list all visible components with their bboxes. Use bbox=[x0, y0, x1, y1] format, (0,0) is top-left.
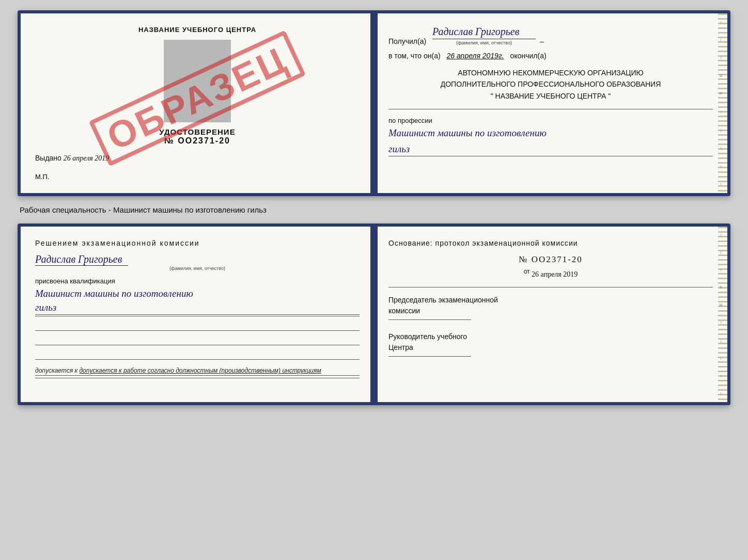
annot-dash6: – bbox=[719, 165, 724, 168]
b-annot-a: а bbox=[719, 303, 724, 306]
date-line: в том, что он(а) 26 апреля 2019г. окончи… bbox=[388, 52, 713, 60]
director-block: Руководитель учебного Центра bbox=[388, 331, 713, 357]
recipient-name: Радислав Григорьев bbox=[432, 26, 536, 39]
fio-hint: (фамилия, имя, отчество) bbox=[432, 40, 536, 45]
annot-dash3: – bbox=[719, 56, 724, 59]
annot-dash5: – bbox=[719, 147, 724, 150]
b-annot-dash5: – bbox=[719, 357, 724, 360]
empty-line-2 bbox=[35, 335, 360, 345]
bottom-book: Решением экзаменационной комиссии Радисл… bbox=[18, 223, 730, 405]
protocol-separator bbox=[388, 287, 713, 287]
received-prefix: Получил(а) bbox=[388, 37, 426, 45]
chairman-label2: комиссии bbox=[388, 306, 713, 316]
admission-underline bbox=[35, 378, 360, 378]
b-annot-dash3: – bbox=[719, 268, 724, 271]
name-block: Радислав Григорьев (фамилия, имя, отчест… bbox=[35, 253, 360, 271]
qual-line2: гильз bbox=[35, 301, 360, 315]
org-block: АВТОНОМНУЮ НЕКОММЕРЧЕСКУЮ ОРГАНИЗАЦИЮ ДО… bbox=[388, 67, 713, 102]
cert-issued-line: Выдано 26 апреля 2019 bbox=[35, 154, 360, 163]
bottom-recipient-name: Радислав Григорьев bbox=[35, 253, 128, 266]
b-annot-dash1: – bbox=[719, 234, 724, 236]
right-annotations: – – – и а ← – – – – bbox=[716, 13, 727, 193]
b-annot-dash6: – bbox=[719, 375, 724, 377]
date-suffix: окончил(а) bbox=[510, 52, 547, 60]
separator-line bbox=[388, 109, 713, 109]
from-prefix: от bbox=[524, 268, 530, 275]
empty-line-1 bbox=[35, 321, 360, 331]
admission-text: допускается к допускается к работе согла… bbox=[35, 366, 360, 376]
annot-dash4: – bbox=[719, 130, 724, 132]
b-annot-dash4: – bbox=[719, 340, 724, 343]
empty-line-3 bbox=[35, 349, 360, 360]
director-label2: Центра bbox=[388, 342, 713, 353]
b-annot-dash7: – bbox=[719, 392, 724, 395]
bottom-book-left-page: Решением экзаменационной комиссии Радисл… bbox=[21, 227, 374, 402]
annot-arrow: ← bbox=[719, 110, 724, 115]
profession-value-line2: гильз bbox=[388, 142, 713, 157]
top-book-left-page: НАЗВАНИЕ УЧЕБНОГО ЦЕНТРА УДОСТОВЕРЕНИЕ №… bbox=[21, 13, 374, 193]
protocol-number: № OO2371-20 bbox=[388, 254, 713, 265]
protocol-date-value: 26 апреля 2019 bbox=[532, 270, 578, 278]
right-annotations-bottom: – – – и а ← – – – – bbox=[716, 227, 727, 402]
foundation-block: Основание: протокол экзаменационной коми… bbox=[388, 239, 713, 247]
profession-label: по профессии bbox=[388, 117, 713, 124]
date-prefix: в том, что он(а) bbox=[388, 52, 441, 60]
cert-number: № OO2371-20 bbox=[35, 136, 360, 146]
issued-prefix: Выдано bbox=[35, 154, 61, 162]
qualification-value: Машинист машины по изготовлению гильз bbox=[35, 287, 360, 316]
decision-header: Решением экзаменационной комиссии bbox=[35, 239, 360, 247]
annot-dash7: – bbox=[719, 183, 724, 185]
org-line3: " НАЗВАНИЕ УЧЕБНОГО ЦЕНТРА " bbox=[388, 90, 713, 102]
admission-value: допускается к работе согласно должностны… bbox=[79, 367, 321, 374]
org-line1: АВТОНОМНУЮ НЕКОММЕРЧЕСКУЮ ОРГАНИЗАЦИЮ bbox=[388, 67, 713, 78]
chairman-block: Председатель экзаменационной комиссии bbox=[388, 295, 713, 320]
top-book: НАЗВАНИЕ УЧЕБНОГО ЦЕНТРА УДОСТОВЕРЕНИЕ №… bbox=[18, 10, 730, 196]
protocol-date: от 26 апреля 2019 bbox=[388, 268, 713, 279]
annot-dash2: – bbox=[719, 39, 724, 41]
profession-value: Машинист машины по изготовлению гильз bbox=[388, 126, 713, 156]
b-annot-dash2: – bbox=[719, 251, 724, 254]
org-line2: ДОПОЛНИТЕЛЬНОГО ПРОФЕССИОНАЛЬНОГО ОБРАЗО… bbox=[388, 78, 713, 90]
director-label1: Руководитель учебного bbox=[388, 331, 713, 342]
director-sign-line bbox=[388, 356, 471, 357]
bottom-fio-hint: (фамилия, имя, отчество) bbox=[35, 266, 360, 271]
cert-label: УДОСТОВЕРЕНИЕ bbox=[35, 127, 360, 136]
admission-prefix: допускается к bbox=[35, 367, 79, 374]
certificate-container: НАЗВАНИЕ УЧЕБНОГО ЦЕНТРА УДОСТОВЕРЕНИЕ №… bbox=[18, 10, 730, 405]
chairman-label1: Председатель экзаменационной bbox=[388, 295, 713, 306]
qualification-label: присвоена квалификация bbox=[35, 277, 360, 285]
b-annot-i: и bbox=[719, 286, 724, 289]
qual-line1: Машинист машины по изготовлению bbox=[35, 287, 360, 301]
cert-training-center-title: НАЗВАНИЕ УЧЕБНОГО ЦЕНТРА bbox=[35, 26, 360, 34]
annot-a: а bbox=[719, 92, 724, 94]
issued-date: 26 апреля 2019 bbox=[64, 154, 109, 162]
bottom-book-right-page: Основание: протокол экзаменационной коми… bbox=[374, 227, 727, 402]
mp-label: М.П. bbox=[35, 173, 360, 181]
between-label: Рабочая специальность - Машинист машины … bbox=[18, 205, 267, 214]
profession-value-line1: Машинист машины по изготовлению bbox=[388, 126, 713, 140]
annot-i: и bbox=[719, 74, 724, 77]
recipient-line: Получил(а) Радислав Григорьев (фамилия, … bbox=[388, 26, 713, 45]
date-value: 26 апреля 2019г. bbox=[447, 52, 504, 60]
chairman-sign-line bbox=[388, 319, 471, 320]
photo-placeholder bbox=[164, 40, 231, 122]
b-annot-arrow: ← bbox=[719, 321, 724, 325]
annot-dash1: – bbox=[719, 21, 724, 24]
top-book-right-page: Получил(а) Радислав Григорьев (фамилия, … bbox=[374, 13, 727, 193]
